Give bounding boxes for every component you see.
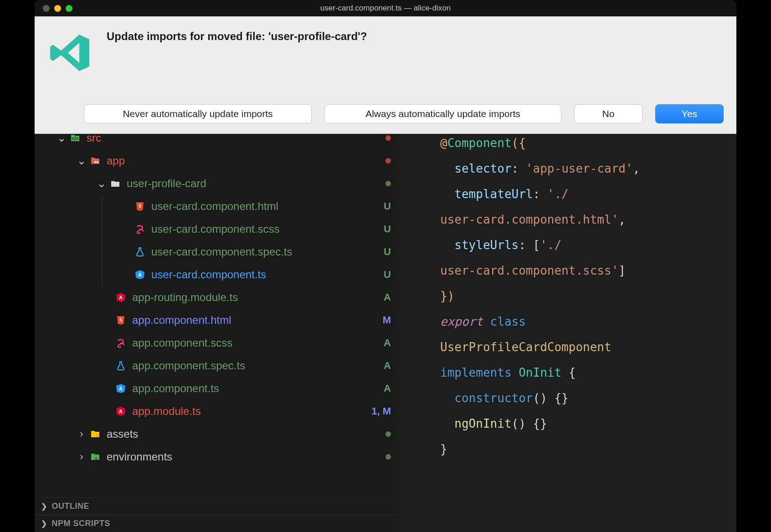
angular-icon: A xyxy=(115,292,127,303)
dialog-message: Update imports for moved file: 'user-pro… xyxy=(107,30,367,43)
tree-item-user-profile-card[interactable]: ⌄user-profile-card xyxy=(35,172,399,195)
chevron-down-icon[interactable]: ⌄ xyxy=(77,154,87,167)
code-line: styleUrls: ['./ xyxy=(440,232,727,258)
git-status-badge: U xyxy=(382,246,391,258)
outline-label: OUTLINE xyxy=(52,501,90,511)
git-status-badge: M xyxy=(382,314,391,326)
no-button[interactable]: No xyxy=(574,104,642,123)
tree-item-environments[interactable]: ›environments xyxy=(35,445,399,468)
svg-text:5: 5 xyxy=(119,317,122,322)
always-update-button[interactable]: Always automatically update imports xyxy=(324,104,561,123)
tree-item-app-routing[interactable]: Aapp-routing.module.tsA xyxy=(35,286,399,309)
tree-item-label: user-card.component.html xyxy=(151,200,378,213)
svg-text:A: A xyxy=(138,272,142,277)
code-line: }) xyxy=(440,283,727,309)
svg-text:A: A xyxy=(119,295,123,300)
code-line: @Component({ xyxy=(440,130,727,156)
svg-text:A: A xyxy=(119,409,123,414)
tree-item-label: assets xyxy=(107,428,382,440)
git-status-badge: A xyxy=(382,292,391,303)
git-status-badge: A xyxy=(382,360,391,372)
spec-icon xyxy=(115,360,127,372)
chevron-right-icon[interactable]: › xyxy=(77,451,87,463)
close-window-button[interactable] xyxy=(43,5,50,12)
chevron-right-icon[interactable]: › xyxy=(77,428,87,440)
html-icon: 5 xyxy=(134,200,146,212)
code-line: templateUrl: './ xyxy=(440,181,727,207)
git-status-badge: 1, M xyxy=(371,405,391,417)
tree-item-app-html[interactable]: 5app.component.htmlM xyxy=(35,309,399,332)
svg-point-2 xyxy=(94,161,96,163)
git-status-dot xyxy=(386,135,391,141)
npm-scripts-panel-header[interactable]: ❯ NPM SCRIPTS xyxy=(35,515,399,532)
git-status-dot xyxy=(386,158,391,164)
code-line: ngOnInit() {} xyxy=(440,411,727,436)
tree-item-app-module[interactable]: Aapp.module.ts1, M xyxy=(35,400,399,423)
tree-item-uc-scss[interactable]: user-card.component.scssU xyxy=(35,218,399,240)
code-line: } xyxy=(440,436,727,462)
zoom-window-button[interactable] xyxy=(66,5,72,12)
tree-item-label: user-card.component.ts xyxy=(151,268,378,281)
angular-icon: A xyxy=(115,383,127,394)
angular-icon: A xyxy=(134,269,146,281)
scss-icon xyxy=(115,337,127,349)
code-line: export class xyxy=(440,309,727,334)
svg-text:5: 5 xyxy=(139,204,141,209)
tree-item-uc-ts[interactable]: Auser-card.component.tsU xyxy=(35,263,399,286)
tree-item-label: app-routing.module.ts xyxy=(132,291,378,304)
tree-item-label: user-card.component.scss xyxy=(151,223,378,235)
svg-rect-9 xyxy=(96,434,99,437)
code-line: user-card.component.html', xyxy=(440,207,727,232)
chevron-right-icon: ❯ xyxy=(41,502,47,511)
angular-icon: A xyxy=(115,405,127,417)
git-status-dot xyxy=(386,454,391,460)
vscode-logo-icon xyxy=(47,30,93,76)
svg-text:A: A xyxy=(119,386,123,391)
tree-item-app-scss[interactable]: app.component.scssA xyxy=(35,332,399,354)
yes-button[interactable]: Yes xyxy=(655,104,724,123)
outline-panel-header[interactable]: ❯ OUTLINE xyxy=(35,497,399,515)
assets-icon xyxy=(89,428,101,440)
code-line: user-card.component.scss'] xyxy=(440,258,727,283)
spec-icon xyxy=(134,246,146,258)
code-line: constructor() {} xyxy=(440,385,727,411)
npm-scripts-label: NPM SCRIPTS xyxy=(52,519,111,528)
tree-item-assets[interactable]: ›assets xyxy=(35,423,399,445)
code-line: implements OnInit { xyxy=(440,360,727,385)
git-status-badge: U xyxy=(382,200,391,212)
git-status-dot xyxy=(386,431,391,437)
never-update-button[interactable]: Never automatically update imports xyxy=(84,104,312,123)
svg-text:</>: </> xyxy=(72,136,79,141)
tree-item-label: app xyxy=(107,154,382,167)
chevron-down-icon[interactable]: ⌄ xyxy=(97,177,107,190)
tree-item-label: app.module.ts xyxy=(132,405,368,418)
git-status-badge: A xyxy=(382,337,391,349)
code-line: selector: 'app-user-card', xyxy=(440,156,727,181)
git-status-badge: A xyxy=(382,383,391,394)
tree-item-label: environments xyxy=(107,450,382,463)
html-icon: 5 xyxy=(115,314,127,326)
tree-item-label: app.component.spec.ts xyxy=(132,359,378,372)
chevron-right-icon: ❯ xyxy=(41,519,47,528)
tree-item-uc-html[interactable]: 5user-card.component.htmlU xyxy=(35,195,399,218)
tree-item-label: user-profile-card xyxy=(127,177,382,190)
titlebar: user-card.component.ts — alice-dixon xyxy=(35,0,736,16)
minimize-window-button[interactable] xyxy=(54,5,61,12)
folder-icon xyxy=(109,178,121,189)
tree-item-app[interactable]: ⌄app xyxy=(35,149,399,172)
tree-item-label: user-card.component.spec.ts xyxy=(151,246,378,258)
tree-item-uc-spec[interactable]: user-card.component.spec.tsU xyxy=(35,240,399,263)
env-icon xyxy=(89,451,101,463)
tree-item-label: app.component.ts xyxy=(132,382,378,395)
tree-item-app-spec[interactable]: app.component.spec.tsA xyxy=(35,354,399,377)
editor-window: user-card.component.ts — alice-dixon Upd… xyxy=(35,0,736,532)
tree-item-app-ts[interactable]: Aapp.component.tsA xyxy=(35,377,399,400)
code-line: UserProfileCardComponent xyxy=(440,334,727,360)
window-controls xyxy=(43,5,72,12)
git-status-dot xyxy=(386,181,391,186)
tree-item-label: app.component.scss xyxy=(132,337,378,349)
tree-item-label: app.component.html xyxy=(132,314,378,327)
scss-icon xyxy=(134,223,146,235)
svg-point-1 xyxy=(97,161,98,163)
git-status-badge: U xyxy=(382,269,391,281)
